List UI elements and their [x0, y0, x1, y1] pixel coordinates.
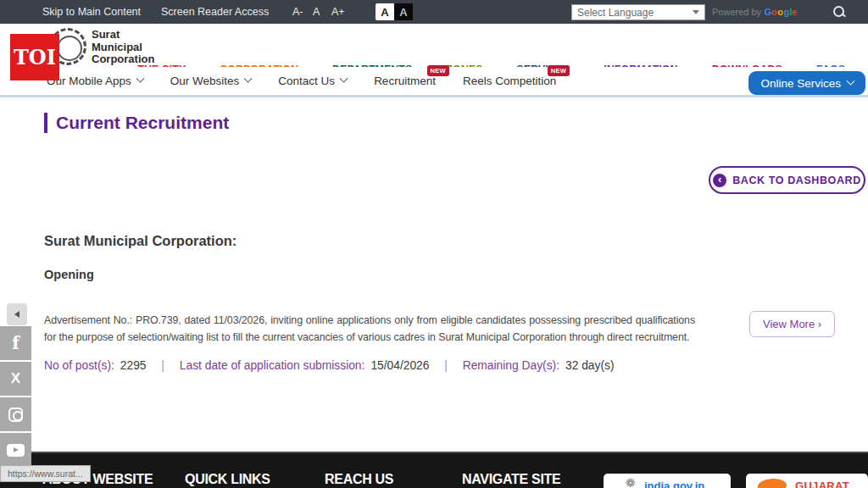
gujarat-label: GUJARAT	[795, 480, 849, 488]
subnav-label: Recruitment	[374, 75, 436, 87]
youtube-glyph	[7, 444, 25, 457]
instagram-icon[interactable]	[0, 397, 31, 431]
search-icon[interactable]	[833, 6, 846, 19]
posts-value: 2295	[120, 359, 147, 372]
skip-to-main-link[interactable]: Skip to Main Content	[42, 6, 141, 18]
toi-watermark: TOI	[10, 34, 59, 80]
powered-by-google: Powered by Google	[712, 7, 798, 17]
subnav-contact-us[interactable]: Contact Us	[278, 75, 347, 87]
toi-watermark-text: TOI	[14, 45, 56, 69]
page-title-block: Current Recruitment	[44, 113, 229, 133]
youtube-icon[interactable]	[0, 433, 31, 467]
gujarat-map-icon	[758, 479, 787, 488]
view-more-button[interactable]: View More ›	[749, 311, 835, 337]
logo-line: Municipal	[92, 42, 154, 54]
advertisement-text: Advertisement No.: PRO.739, dated 11/03/…	[44, 313, 695, 346]
secondary-navigation: Our Mobile Apps Our Websites Contact Us …	[0, 67, 868, 97]
link-status-tooltip: https://www.surat...	[0, 465, 91, 482]
subnav-label: Reels Competition	[463, 75, 556, 87]
powered-by-text: Powered by	[712, 7, 761, 17]
new-badge: NEW	[427, 65, 449, 76]
subnav-our-websites[interactable]: Our Websites	[170, 75, 252, 87]
gujarat-portal-badge[interactable]: GUJARAT	[746, 474, 868, 488]
font-increase-button[interactable]: A+	[331, 6, 345, 18]
separator: |	[161, 359, 164, 372]
title-accent-bar	[44, 113, 47, 133]
footer: ABOUT WEBSITE QUICK LINKS REACH US NAVIG…	[0, 452, 868, 488]
contrast-normal-toggle[interactable]: A	[376, 3, 394, 20]
facebook-icon[interactable]	[0, 326, 31, 360]
language-select[interactable]: Select Language	[571, 4, 705, 20]
chevron-down-icon	[136, 75, 144, 83]
online-services-button[interactable]: Online Services	[748, 71, 865, 95]
page-title: Current Recruitment	[56, 113, 229, 133]
footer-reach-us: REACH US	[325, 472, 393, 487]
organization-heading: Surat Municipal Corporation:	[44, 233, 236, 249]
font-default-button[interactable]: A	[313, 6, 320, 18]
ashoka-emblem-icon: ❁	[626, 476, 639, 488]
recruitment-details-row: No of post(s):2295 | Last date of applic…	[44, 359, 615, 372]
new-badge: NEW	[548, 65, 570, 76]
smc-recruitment-page: Skip to Main Content Screen Reader Acces…	[0, 0, 868, 488]
remaining-days-value: 32 day(s)	[565, 359, 615, 372]
social-sidebar	[0, 326, 31, 469]
chevron-down-icon	[340, 75, 348, 83]
subnav-recruitment[interactable]: RecruitmentNEW	[374, 75, 436, 87]
chevron-down-icon	[244, 75, 253, 83]
last-date-value: 15/04/2026	[370, 359, 429, 372]
x-twitter-icon[interactable]	[0, 362, 31, 396]
font-decrease-button[interactable]: A-	[292, 6, 303, 18]
separator: |	[444, 359, 448, 372]
main-content: Current Recruitment ‹ BACK TO DASHBOARD …	[0, 97, 868, 452]
chevron-down-icon	[847, 76, 855, 85]
google-logo: Google	[764, 7, 798, 17]
sidebar-collapse-button[interactable]	[7, 303, 27, 325]
back-arrow-icon: ‹	[713, 174, 726, 187]
back-to-dashboard-button[interactable]: ‹ BACK TO DASHBOARD	[709, 166, 865, 194]
smc-logo-text[interactable]: Surat Municipal Corporation	[92, 29, 154, 66]
india-gov-badge[interactable]: ❁ india.gov.in	[604, 474, 731, 488]
last-date-label: Last date of application submission:	[180, 359, 365, 372]
instagram-glyph	[8, 408, 23, 422]
chevron-left-icon	[14, 311, 19, 318]
posts-label: No of post(s):	[44, 359, 114, 372]
remaining-days-label: Remaining Day(s):	[463, 359, 559, 372]
subnav-our-mobile-apps[interactable]: Our Mobile Apps	[47, 75, 143, 87]
screen-reader-link[interactable]: Screen Reader Access	[161, 6, 269, 18]
india-gov-label: india.gov.in	[644, 480, 704, 488]
logo-line: Corporation	[92, 53, 154, 66]
subnav-label: Our Websites	[170, 75, 240, 87]
contrast-dark-toggle[interactable]: A	[394, 3, 413, 20]
online-services-label: Online Services	[760, 77, 841, 90]
accessibility-bar: Skip to Main Content Screen Reader Acces…	[0, 0, 868, 24]
subnav-label: Contact Us	[278, 75, 335, 87]
back-to-dashboard-label: BACK TO DASHBOARD	[732, 175, 861, 186]
logo-line: Surat	[92, 29, 154, 42]
subnav-reels-competition[interactable]: Reels CompetitionNEW	[463, 75, 556, 87]
footer-navigate-site: NAVIGATE SITE	[462, 472, 560, 487]
language-select-value: Select Language	[577, 7, 654, 19]
footer-quick-links: QUICK LINKS	[185, 472, 270, 487]
chevron-down-icon	[693, 10, 699, 14]
opening-heading: Opening	[44, 268, 94, 281]
